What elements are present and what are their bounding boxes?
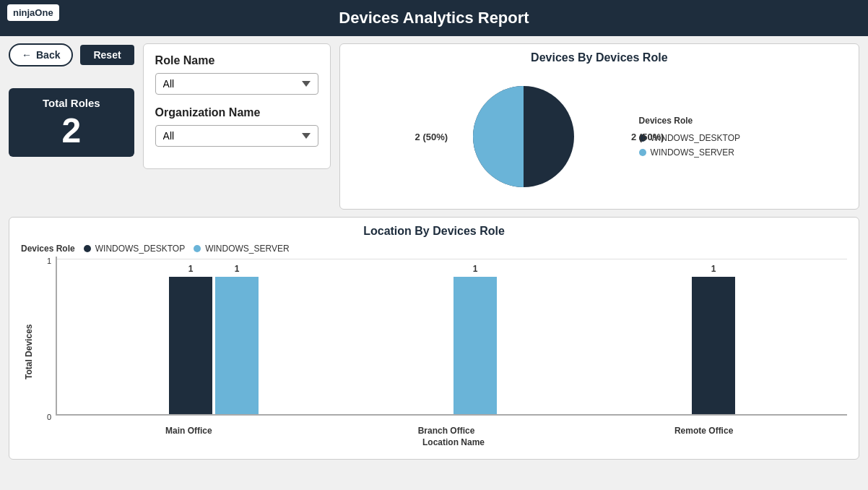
org-name-filter: Organization Name All bbox=[155, 106, 318, 147]
bar-group-bars-main: 1 1 bbox=[169, 277, 259, 414]
y-tick-0: 0 bbox=[34, 413, 51, 421]
bar-group-branch-office: 1 bbox=[453, 277, 497, 414]
left-controls: ← Back Reset Total Roles 2 bbox=[9, 43, 134, 157]
bar-branch-server: 1 bbox=[453, 277, 497, 414]
back-arrow-icon: ← bbox=[22, 49, 32, 61]
chart-body: 0 1 1 1 bbox=[34, 257, 847, 447]
bar-value-main-desktop: 1 bbox=[169, 264, 212, 274]
pie-label-left: 2 (50%) bbox=[415, 132, 448, 142]
bar-main-desktop: 1 bbox=[169, 277, 212, 414]
x-label-main: Main Office bbox=[144, 426, 233, 436]
bar-legend-server: WINDOWS_SERVER bbox=[194, 244, 289, 254]
button-row: ← Back Reset bbox=[9, 43, 134, 66]
bar-chart-title: Location By Devices Role bbox=[21, 225, 847, 238]
bar-dot-server bbox=[194, 245, 201, 252]
bar-main-server: 1 bbox=[215, 277, 259, 414]
y-axis-ticks: 0 1 bbox=[34, 257, 56, 423]
total-roles-label: Total Roles bbox=[23, 97, 120, 109]
x-axis-label: Location Name bbox=[34, 437, 847, 447]
back-button[interactable]: ← Back bbox=[9, 43, 73, 66]
back-label: Back bbox=[36, 49, 60, 61]
x-labels: Main Office Branch Office Remote Office bbox=[34, 423, 847, 436]
org-name-select[interactable]: All bbox=[155, 125, 318, 147]
legend-item-server: WINDOWS_SERVER bbox=[639, 147, 740, 158]
pie-label-right: 2 (50%) bbox=[631, 132, 664, 142]
bars-container: 1 1 1 bbox=[56, 257, 847, 416]
bar-value-remote-desktop: 1 bbox=[692, 264, 735, 274]
pie-chart-panel: Devices By Devices Role 2 (50%) 2 (50%) … bbox=[339, 43, 859, 210]
bar-legend-desktop: WINDOWS_DESKTOP bbox=[84, 244, 185, 254]
role-name-select[interactable]: All bbox=[155, 73, 318, 95]
bar-value-branch-server: 1 bbox=[453, 264, 497, 274]
bar-dot-desktop bbox=[84, 245, 91, 252]
filters-panel: Role Name All Organization Name All bbox=[143, 43, 331, 169]
pie-svg bbox=[459, 72, 589, 202]
gridline-top bbox=[57, 259, 847, 259]
role-name-label: Role Name bbox=[155, 54, 318, 67]
chart-with-yaxis: Total Devices 0 1 1 bbox=[21, 257, 847, 447]
x-label-branch: Branch Office bbox=[402, 426, 491, 436]
y-tick-1: 1 bbox=[34, 257, 51, 265]
role-name-filter: Role Name All bbox=[155, 54, 318, 95]
legend-title: Devices Role bbox=[639, 116, 740, 126]
page-title: Devices Analytics Report bbox=[0, 0, 868, 36]
bar-label-desktop: WINDOWS_DESKTOP bbox=[95, 244, 185, 254]
org-name-label: Organization Name bbox=[155, 106, 318, 119]
bar-legend: Devices Role WINDOWS_DESKTOP WINDOWS_SER… bbox=[21, 244, 847, 254]
logo-text: ninjaOne bbox=[13, 7, 53, 18]
bar-chart-section: Location By Devices Role Devices Role WI… bbox=[9, 217, 859, 460]
bar-group-bars-remote: 1 bbox=[692, 277, 735, 414]
bar-label-server: WINDOWS_SERVER bbox=[205, 244, 289, 254]
pie-chart-title: Devices By Devices Role bbox=[352, 51, 847, 64]
top-section: ← Back Reset Total Roles 2 Role Name All… bbox=[0, 36, 868, 217]
legend-label-server: WINDOWS_SERVER bbox=[651, 147, 734, 158]
reset-button[interactable]: Reset bbox=[80, 45, 134, 65]
bar-group-remote-office: 1 bbox=[692, 277, 735, 414]
pie-chart bbox=[459, 72, 589, 202]
total-roles-value: 2 bbox=[23, 113, 120, 148]
pie-content: 2 (50%) 2 (50%) Devices Role WINDOWS_DES… bbox=[352, 72, 847, 202]
total-roles-card: Total Roles 2 bbox=[9, 88, 134, 157]
bar-group-bars-branch: 1 bbox=[453, 277, 497, 414]
bar-group-main-office: 1 1 bbox=[169, 277, 259, 414]
logo: ninjaOne bbox=[7, 4, 59, 21]
bar-value-main-server: 1 bbox=[215, 264, 259, 274]
bar-remote-desktop: 1 bbox=[692, 277, 735, 414]
chart-area: 0 1 1 1 bbox=[34, 257, 847, 423]
y-axis-label: Total Devices bbox=[21, 257, 34, 447]
bar-legend-label: Devices Role bbox=[21, 244, 75, 254]
x-label-remote: Remote Office bbox=[659, 426, 749, 436]
legend-dot-server bbox=[639, 149, 646, 156]
